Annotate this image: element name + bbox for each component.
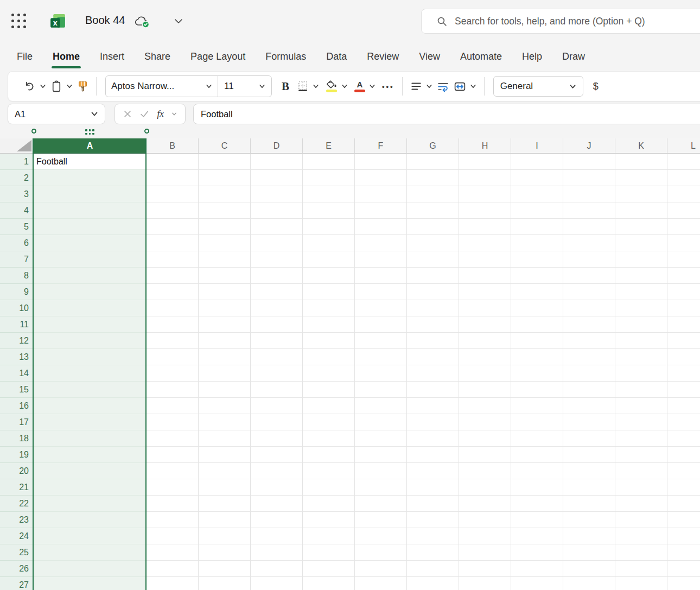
- cell-B16[interactable]: [147, 398, 199, 414]
- menu-tab-draw[interactable]: Draw: [562, 49, 586, 65]
- workbook-title[interactable]: Book 44: [85, 14, 125, 27]
- cell-H8[interactable]: [459, 268, 511, 284]
- cell-I21[interactable]: [511, 479, 563, 496]
- number-format-dropdown[interactable]: General: [493, 76, 583, 97]
- cell-B8[interactable]: [147, 268, 199, 284]
- cell-H12[interactable]: [459, 333, 511, 349]
- cell-C11[interactable]: [199, 316, 251, 333]
- cell-B20[interactable]: [147, 463, 199, 479]
- cell-J6[interactable]: [563, 235, 615, 251]
- cell-D26[interactable]: [251, 561, 303, 577]
- cell-H2[interactable]: [459, 170, 511, 186]
- cell-L18[interactable]: [667, 430, 700, 447]
- cell-K16[interactable]: [615, 398, 667, 414]
- row-header-2[interactable]: 2: [0, 170, 34, 186]
- cell-A12[interactable]: [34, 333, 147, 349]
- cell-A3[interactable]: [34, 186, 147, 202]
- borders-chevron-icon[interactable]: [313, 83, 319, 90]
- cell-C21[interactable]: [199, 479, 251, 496]
- cell-F1[interactable]: [355, 154, 407, 170]
- cloud-saved-icon[interactable]: [133, 15, 151, 29]
- column-header-F[interactable]: F: [355, 138, 407, 154]
- cell-K27[interactable]: [615, 577, 667, 590]
- cell-K17[interactable]: [615, 414, 667, 430]
- cell-H13[interactable]: [459, 349, 511, 365]
- cell-D21[interactable]: [251, 479, 303, 496]
- merge-center-button[interactable]: [451, 78, 479, 96]
- column-header-C[interactable]: C: [199, 138, 251, 154]
- cell-F27[interactable]: [355, 577, 407, 590]
- row-header-16[interactable]: 16: [0, 398, 34, 414]
- cell-F12[interactable]: [355, 333, 407, 349]
- bold-button[interactable]: B: [279, 78, 291, 94]
- cell-E17[interactable]: [303, 414, 355, 430]
- cell-A10[interactable]: [34, 300, 147, 316]
- cell-L6[interactable]: [667, 235, 700, 251]
- cell-J2[interactable]: [563, 170, 615, 186]
- cell-I12[interactable]: [511, 333, 563, 349]
- cell-I4[interactable]: [511, 202, 563, 219]
- cell-B1[interactable]: [147, 154, 199, 170]
- cell-D7[interactable]: [251, 251, 303, 268]
- name-box[interactable]: A1: [8, 104, 105, 124]
- cell-F15[interactable]: [355, 382, 407, 398]
- cell-G4[interactable]: [407, 202, 459, 219]
- cell-H6[interactable]: [459, 235, 511, 251]
- enter-check-icon[interactable]: [139, 110, 149, 118]
- cell-J23[interactable]: [563, 512, 615, 528]
- cell-A21[interactable]: [34, 479, 147, 496]
- cell-D27[interactable]: [251, 577, 303, 590]
- cell-F13[interactable]: [355, 349, 407, 365]
- cell-I14[interactable]: [511, 365, 563, 382]
- cell-F16[interactable]: [355, 398, 407, 414]
- cell-C4[interactable]: [199, 202, 251, 219]
- cell-L5[interactable]: [667, 219, 700, 235]
- cell-H11[interactable]: [459, 316, 511, 333]
- cell-G16[interactable]: [407, 398, 459, 414]
- cell-J9[interactable]: [563, 284, 615, 300]
- cell-D17[interactable]: [251, 414, 303, 430]
- cell-E19[interactable]: [303, 447, 355, 463]
- cell-E7[interactable]: [303, 251, 355, 268]
- cell-L21[interactable]: [667, 479, 700, 496]
- cell-L19[interactable]: [667, 447, 700, 463]
- cell-B24[interactable]: [147, 528, 199, 544]
- cell-K24[interactable]: [615, 528, 667, 544]
- cell-J8[interactable]: [563, 268, 615, 284]
- paste-menu-chevron-icon[interactable]: [66, 83, 73, 90]
- cell-I22[interactable]: [511, 496, 563, 512]
- merge-chevron-icon[interactable]: [470, 83, 476, 90]
- row-header-13[interactable]: 13: [0, 349, 34, 365]
- cell-J16[interactable]: [563, 398, 615, 414]
- cell-C2[interactable]: [199, 170, 251, 186]
- cell-F10[interactable]: [355, 300, 407, 316]
- cell-E8[interactable]: [303, 268, 355, 284]
- cell-H16[interactable]: [459, 398, 511, 414]
- cell-E13[interactable]: [303, 349, 355, 365]
- cell-K12[interactable]: [615, 333, 667, 349]
- cell-K8[interactable]: [615, 268, 667, 284]
- cell-E1[interactable]: [303, 154, 355, 170]
- cell-A22[interactable]: [34, 496, 147, 512]
- row-header-1[interactable]: 1: [0, 154, 34, 170]
- cell-K3[interactable]: [615, 186, 667, 202]
- cell-B19[interactable]: [147, 447, 199, 463]
- cell-K13[interactable]: [615, 349, 667, 365]
- format-painter-button[interactable]: [75, 78, 91, 96]
- cell-C9[interactable]: [199, 284, 251, 300]
- row-header-18[interactable]: 18: [0, 430, 34, 447]
- cell-D12[interactable]: [251, 333, 303, 349]
- cell-C17[interactable]: [199, 414, 251, 430]
- cell-B3[interactable]: [147, 186, 199, 202]
- cell-G17[interactable]: [407, 414, 459, 430]
- cell-J19[interactable]: [563, 447, 615, 463]
- cell-C14[interactable]: [199, 365, 251, 382]
- cell-G6[interactable]: [407, 235, 459, 251]
- cell-C27[interactable]: [199, 577, 251, 590]
- cell-J17[interactable]: [563, 414, 615, 430]
- cell-K10[interactable]: [615, 300, 667, 316]
- cell-G18[interactable]: [407, 430, 459, 447]
- cell-E11[interactable]: [303, 316, 355, 333]
- title-menu-chevron-icon[interactable]: [174, 18, 183, 24]
- cell-K22[interactable]: [615, 496, 667, 512]
